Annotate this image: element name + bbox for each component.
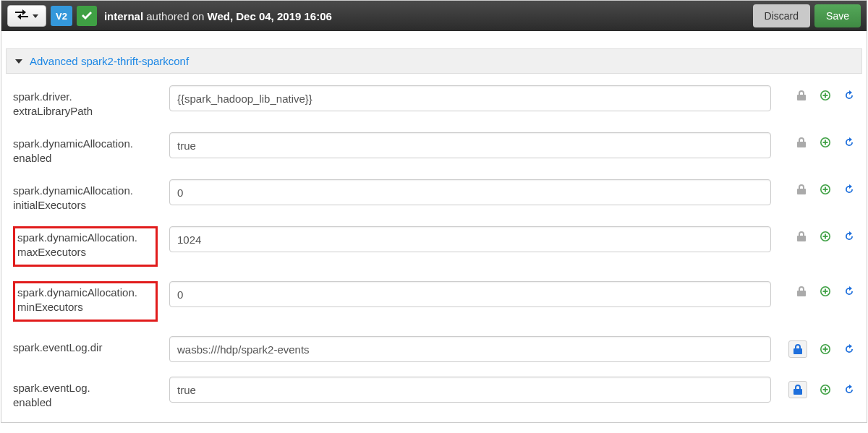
author-name: internal	[104, 10, 143, 22]
row-actions	[783, 377, 855, 398]
config-row: spark.dynamicAllocation.enabled	[6, 125, 862, 172]
row-actions	[783, 281, 855, 297]
authored-label: authored on	[146, 10, 204, 22]
section-title[interactable]: Advanced spark2-thrift-sparkconf	[30, 55, 189, 67]
row-actions	[783, 179, 855, 195]
revisions-menu-button[interactable]	[7, 5, 46, 27]
config-rows: spark.driver.extraLibraryPathspark.dynam…	[1, 74, 867, 422]
reset-icon[interactable]	[843, 184, 855, 195]
status-check-icon	[77, 6, 97, 26]
override-icon[interactable]	[820, 90, 830, 100]
override-icon[interactable]	[820, 385, 830, 395]
reset-icon[interactable]	[843, 137, 855, 148]
reset-icon[interactable]	[843, 90, 855, 101]
lock-icon[interactable]	[796, 137, 807, 148]
property-label: spark.driver.extraLibraryPath	[13, 85, 158, 118]
property-label: spark.eventLog.dir	[13, 336, 158, 355]
override-icon[interactable]	[820, 286, 830, 296]
override-icon[interactable]	[820, 137, 830, 147]
row-actions	[783, 132, 855, 148]
authored-date: Wed, Dec 04, 2019 16:06	[208, 10, 332, 22]
override-icon[interactable]	[820, 184, 830, 194]
row-actions	[783, 226, 855, 242]
property-label: spark.dynamicAllocation.minExecutors	[13, 281, 158, 322]
config-row: spark.dynamicAllocation.maxExecutors	[6, 219, 862, 274]
config-row: spark.driver.extraLibraryPath	[6, 78, 862, 125]
property-input[interactable]	[169, 281, 771, 307]
config-row: spark.dynamicAllocation.initialExecutors	[6, 172, 862, 219]
property-input[interactable]	[169, 226, 771, 252]
lock-icon[interactable]	[796, 184, 807, 195]
lock-icon[interactable]	[796, 90, 807, 101]
row-actions	[783, 336, 855, 358]
config-row: spark.dynamicAllocation.minExecutors	[6, 274, 862, 329]
discard-button[interactable]: Discard	[753, 4, 810, 27]
section-header[interactable]: Advanced spark2-thrift-sparkconf	[6, 48, 862, 74]
chevron-down-icon	[33, 14, 38, 18]
revision-info: internal authored on Wed, Dec 04, 2019 1…	[104, 10, 332, 22]
reset-icon[interactable]	[843, 343, 855, 355]
override-icon[interactable]	[820, 344, 830, 354]
lock-icon[interactable]	[788, 340, 807, 358]
property-input[interactable]	[169, 336, 771, 362]
lock-icon[interactable]	[796, 286, 807, 297]
property-label: spark.dynamicAllocation.enabled	[13, 132, 158, 165]
save-button[interactable]: Save	[814, 4, 861, 27]
config-row: spark.eventLog.enabled	[6, 369, 862, 416]
property-input[interactable]	[169, 377, 771, 403]
lock-icon[interactable]	[796, 231, 807, 242]
version-badge: V2	[51, 6, 72, 26]
override-icon[interactable]	[820, 231, 830, 241]
property-input[interactable]	[169, 85, 771, 111]
compare-icon	[15, 9, 28, 22]
property-label: spark.dynamicAllocation.initialExecutors	[13, 179, 158, 212]
row-actions	[783, 85, 855, 101]
property-input[interactable]	[169, 132, 771, 158]
top-bar: V2 internal authored on Wed, Dec 04, 201…	[1, 1, 867, 31]
property-label: spark.dynamicAllocation.maxExecutors	[13, 226, 158, 267]
property-input[interactable]	[169, 179, 771, 205]
reset-icon[interactable]	[843, 286, 855, 297]
property-label: spark.eventLog.enabled	[13, 377, 158, 409]
lock-icon[interactable]	[788, 381, 807, 398]
collapse-icon[interactable]	[15, 59, 22, 64]
config-row: spark.eventLog.dir	[6, 329, 862, 369]
reset-icon[interactable]	[843, 384, 855, 395]
reset-icon[interactable]	[843, 231, 855, 242]
